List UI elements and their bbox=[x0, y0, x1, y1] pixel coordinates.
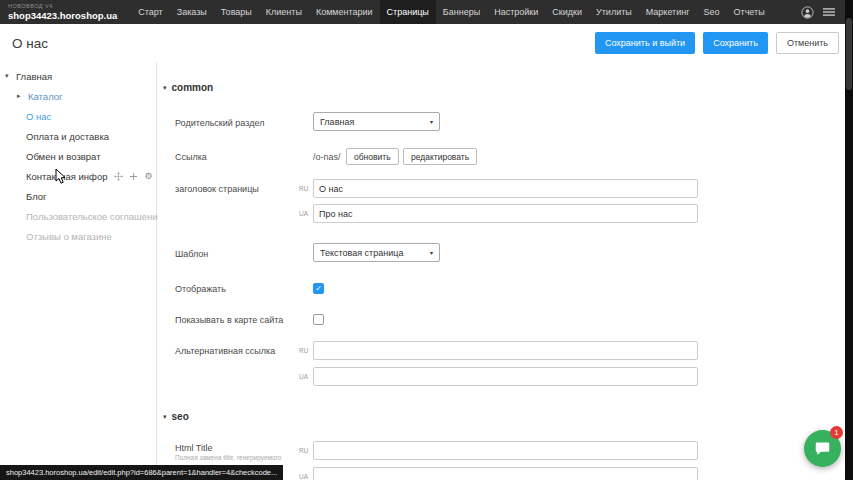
menu-item-marketing[interactable]: Маркетинг bbox=[639, 0, 697, 24]
menu-item-orders[interactable]: Заказы bbox=[170, 0, 214, 24]
lang-ru-label: RU bbox=[299, 185, 308, 192]
menu-item-start[interactable]: Старт bbox=[131, 0, 169, 24]
section-common-title: common bbox=[172, 82, 214, 93]
cancel-button[interactable]: Отменить bbox=[776, 32, 839, 54]
sidebar-item-label: Контактная инфор bbox=[26, 171, 107, 182]
display-checkbox[interactable]: ✓ bbox=[313, 283, 324, 294]
chat-widget-button[interactable]: 1 bbox=[804, 430, 841, 467]
chat-icon bbox=[814, 440, 831, 457]
parent-section-select[interactable]: Главная ▾ bbox=[313, 112, 440, 131]
page-title: О нас bbox=[12, 36, 595, 51]
link-edit-button[interactable]: редактировать bbox=[403, 148, 477, 165]
chevron-down-icon: ▾ bbox=[430, 249, 433, 256]
html-title-hint: Полная замена title, генерируемого bbox=[175, 454, 310, 461]
alt-link-label: Альтернативная ссылка bbox=[175, 346, 275, 356]
scrollbar-thumb[interactable] bbox=[846, 18, 852, 90]
topbar-icons bbox=[801, 6, 835, 19]
sidebar-item-label: Обмен и возврат bbox=[26, 151, 101, 162]
menu-item-reports[interactable]: Отчеты bbox=[727, 0, 772, 24]
link-path-value: /o-nas/ bbox=[313, 152, 341, 162]
parent-section-label: Родительский раздел bbox=[175, 118, 264, 128]
sitemap-checkbox[interactable] bbox=[313, 314, 324, 325]
header-buttons: Сохранить и выйти Сохранить Отменить bbox=[595, 32, 839, 54]
caret-right-icon[interactable]: ▸ bbox=[17, 92, 26, 100]
alt-link-ru-input[interactable] bbox=[313, 341, 698, 360]
pages-tree-sidebar: ▾ Главная ▸ Каталог О нас Оплата и доста… bbox=[0, 62, 157, 480]
display-label: Отображать bbox=[175, 284, 226, 294]
sidebar-item-label: Оплата и доставка bbox=[26, 131, 109, 142]
lang-ua-label: UA bbox=[299, 210, 308, 217]
lang-ua-label: UA bbox=[299, 373, 308, 380]
sidebar-item-label: Главная bbox=[16, 71, 52, 82]
lang-ru-label: RU bbox=[299, 447, 308, 454]
browser-status-url: shop34423.horoshop.ua/edit/edit.php?id=6… bbox=[0, 465, 283, 480]
logo-domain: shop34423.horoshop.ua bbox=[8, 11, 117, 21]
lang-ru-label: RU bbox=[299, 347, 308, 354]
main-menu: Старт Заказы Товары Клиенты Комментарии … bbox=[131, 0, 801, 24]
section-seo-toggle[interactable]: ▾ seo bbox=[163, 411, 189, 422]
logo[interactable]: нововвод v4 shop34423.horoshop.ua bbox=[8, 4, 117, 20]
sidebar-item-contact-info[interactable]: Контактная инфор ⚙ bbox=[0, 166, 156, 186]
page-title-ru-input[interactable] bbox=[313, 179, 698, 198]
link-update-button[interactable]: обновить bbox=[346, 148, 399, 165]
html-title-label: Html Title bbox=[175, 443, 213, 453]
menu-item-products[interactable]: Товары bbox=[214, 0, 259, 24]
sidebar-item-label: Каталог bbox=[28, 91, 63, 102]
section-common-toggle[interactable]: ▾ common bbox=[163, 82, 213, 93]
user-account-icon[interactable] bbox=[801, 6, 814, 19]
page-header: О нас Сохранить и выйти Сохранить Отмени… bbox=[0, 24, 845, 62]
sidebar-item-about[interactable]: О нас bbox=[0, 106, 156, 126]
caret-down-icon: ▾ bbox=[163, 413, 167, 421]
sidebar-item-catalog[interactable]: ▸ Каталог bbox=[0, 86, 156, 106]
sidebar-item-store-reviews[interactable]: Отзывы о магазине bbox=[0, 226, 156, 246]
sitemap-label: Показывать в карте сайта bbox=[175, 315, 283, 325]
add-page-icon[interactable] bbox=[129, 172, 138, 181]
move-icon[interactable] bbox=[114, 172, 123, 181]
menu-item-pages[interactable]: Страницы bbox=[380, 0, 436, 24]
chevron-down-icon: ▾ bbox=[430, 118, 433, 125]
sidebar-item-label: Отзывы о магазине bbox=[26, 231, 112, 242]
menu-item-clients[interactable]: Клиенты bbox=[259, 0, 309, 24]
page-title-ua-input[interactable] bbox=[313, 204, 698, 223]
sidebar-item-label: О нас bbox=[26, 111, 51, 122]
menu-item-utilities[interactable]: Утилиты bbox=[589, 0, 639, 24]
notification-badge: 1 bbox=[830, 426, 843, 439]
caret-down-icon[interactable]: ▾ bbox=[5, 72, 14, 80]
template-select[interactable]: Текстовая страница ▾ bbox=[313, 243, 440, 262]
topbar: нововвод v4 shop34423.horoshop.ua Старт … bbox=[0, 0, 845, 24]
sidebar-item-user-agreement[interactable]: Пользовательское соглашение bbox=[0, 206, 156, 226]
menu-item-discounts[interactable]: Скидки bbox=[545, 0, 589, 24]
sidebar-item-blog[interactable]: Блог bbox=[0, 186, 156, 206]
lang-ua-label: UA bbox=[299, 473, 308, 480]
save-exit-button[interactable]: Сохранить и выйти bbox=[595, 32, 695, 54]
gear-icon[interactable]: ⚙ bbox=[144, 172, 152, 181]
check-icon: ✓ bbox=[314, 284, 323, 294]
hamburger-menu-icon[interactable] bbox=[823, 6, 835, 18]
html-title-ru-input[interactable] bbox=[313, 441, 698, 460]
section-seo-title: seo bbox=[172, 411, 189, 422]
menu-item-comments[interactable]: Комментарии bbox=[309, 0, 380, 24]
sidebar-item-label: Блог bbox=[26, 191, 47, 202]
page-edit-form: ▾ common Родительский раздел Главная ▾ С… bbox=[158, 62, 845, 480]
link-label: Ссылка bbox=[175, 152, 207, 162]
sidebar-item-exchange-return[interactable]: Обмен и возврат bbox=[0, 146, 156, 166]
sidebar-item-home[interactable]: ▾ Главная bbox=[0, 66, 156, 86]
menu-item-banners[interactable]: Баннеры bbox=[436, 0, 487, 24]
alt-link-ua-input[interactable] bbox=[313, 367, 698, 386]
sidebar-item-label: Пользовательское соглашение bbox=[26, 211, 163, 222]
save-button[interactable]: Сохранить bbox=[703, 32, 768, 54]
template-label: Шаблон bbox=[175, 249, 208, 259]
sidebar-item-payment-delivery[interactable]: Оплата и доставка bbox=[0, 126, 156, 146]
parent-section-value: Главная bbox=[320, 117, 354, 127]
logo-version: нововвод v4 bbox=[8, 4, 117, 10]
template-value: Текстовая страница bbox=[320, 248, 403, 258]
menu-item-settings[interactable]: Настройки bbox=[487, 0, 545, 24]
page-title-field-label: заголовок страницы bbox=[175, 184, 259, 194]
vertical-scrollbar[interactable] bbox=[845, 0, 853, 480]
menu-item-seo[interactable]: Seo bbox=[697, 0, 727, 24]
caret-down-icon: ▾ bbox=[163, 84, 167, 92]
html-title-ua-input[interactable] bbox=[313, 467, 698, 480]
